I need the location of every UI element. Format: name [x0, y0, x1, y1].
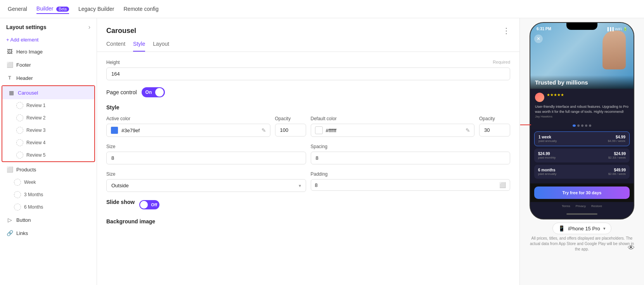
- panel-menu-button[interactable]: ⋮: [502, 26, 510, 35]
- slideshow-label: Slide show: [106, 199, 135, 205]
- price-row-week[interactable]: 1 week paid annually $4.99 $4.99 / week: [534, 131, 630, 146]
- active-color-swatch: [111, 126, 118, 134]
- active-color-picker-icon[interactable]: ✎: [261, 127, 266, 133]
- add-element-button[interactable]: + Add element: [0, 35, 97, 45]
- device-chevron-icon: ▾: [603, 226, 606, 231]
- default-color-picker-icon[interactable]: ✎: [466, 127, 470, 133]
- active-color-col: Active color #3e79ef ✎: [106, 116, 270, 137]
- links-icon: 🔗: [6, 230, 13, 237]
- eye-icon[interactable]: 👁: [628, 244, 635, 252]
- sidebar-child-review3[interactable]: Review 3: [2, 124, 94, 136]
- tab-content[interactable]: Content: [106, 41, 125, 52]
- sidebar-title: Layout settings: [6, 24, 46, 30]
- price-left-monthly: $24.99 paid monthly: [538, 152, 556, 159]
- toggle-knob: [155, 88, 164, 97]
- size-select-value: Outside: [111, 183, 129, 188]
- price-row-6months[interactable]: 6 months paid annually $49.99 $2.88 / we…: [534, 165, 630, 179]
- page-control-toggle[interactable]: On: [142, 87, 165, 97]
- sidebar-child-3months[interactable]: 3 Months: [0, 188, 97, 201]
- sidebar-child-review2[interactable]: Review 2: [2, 112, 94, 124]
- phone-hero: ✕ Trusted by millions: [530, 23, 634, 89]
- footer-privacy[interactable]: Privacy: [576, 204, 586, 208]
- sidebar-item-button[interactable]: ▷ Button: [0, 213, 97, 226]
- price-left-6months: 6 months paid annually: [538, 168, 556, 176]
- nav-legacy[interactable]: Legacy Builder: [78, 4, 114, 14]
- hero-image-icon: 🖼: [6, 48, 13, 55]
- padding-icon: ⬜: [499, 182, 506, 188]
- carousel-icon: ▦: [8, 89, 15, 96]
- review2-icon: [16, 114, 23, 121]
- price-right-6months: $49.99 $2.88 / week: [608, 168, 626, 176]
- padding-label: Padding: [311, 171, 511, 177]
- right-panel: 6:31 PM ▐▐▐ WiFi 🔋 ✕ Trus: [520, 18, 644, 285]
- cta-button[interactable]: Try free for 30 days: [534, 187, 630, 199]
- review3-icon: [16, 127, 23, 134]
- padding-field[interactable]: 8 ⬜: [311, 179, 511, 191]
- device-selector[interactable]: 📱 iPhone 15 Pro ▾: [552, 223, 611, 234]
- sidebar-item-hero-image[interactable]: 🖼 Hero Image: [0, 45, 97, 58]
- opacity-left-col: Opacity: [275, 116, 306, 137]
- sidebar-child-review1[interactable]: Review 1: [2, 99, 94, 112]
- height-input[interactable]: [106, 67, 510, 80]
- nav-general[interactable]: General: [8, 4, 27, 14]
- opacity-right-col: Opacity: [479, 116, 510, 137]
- sidebar-item-footer-label: Footer: [16, 62, 31, 68]
- spacing-input[interactable]: [311, 152, 511, 164]
- size-left-input[interactable]: [106, 152, 306, 164]
- opacity-left-input[interactable]: [275, 124, 306, 136]
- slideshow-toggle-knob: [140, 201, 148, 209]
- sidebar-chevron-icon[interactable]: ›: [88, 24, 90, 31]
- tab-layout[interactable]: Layout: [153, 41, 169, 52]
- arrow-line: [520, 124, 531, 125]
- sidebar-item-products[interactable]: ⬜ Products: [0, 163, 97, 176]
- dot-1: [573, 124, 576, 127]
- dot-4: [585, 124, 587, 127]
- sidebar-item-header[interactable]: T Header: [0, 71, 97, 85]
- runner-silhouette: [602, 31, 626, 69]
- review-stars: ★★★★★: [547, 93, 564, 97]
- price-row-monthly[interactable]: $24.99 paid monthly $24.99 $2.33 / week: [534, 149, 630, 162]
- sidebar-item-header-label: Header: [16, 75, 33, 81]
- sidebar-item-carousel-label: Carousel: [18, 90, 38, 96]
- battery-icon: 🔋: [623, 27, 627, 31]
- products-icon: ⬜: [6, 166, 13, 173]
- page-control-label: Page control: [106, 89, 137, 95]
- sidebar-item-hero-label: Hero Image: [16, 49, 43, 55]
- panel-header: Carousel ⋮: [97, 18, 519, 35]
- color-opacity-row: Active color #3e79ef ✎ Opacity Default c…: [106, 116, 510, 137]
- footer-terms[interactable]: Terms: [562, 204, 570, 208]
- sidebar-item-footer[interactable]: ⬜ Footer: [0, 58, 97, 71]
- sidebar-child-review5[interactable]: Review 5: [2, 149, 94, 161]
- height-field-row: Height Required: [106, 60, 510, 80]
- active-color-field[interactable]: #3e79ef ✎: [106, 124, 270, 137]
- sidebar-child-review4[interactable]: Review 4: [2, 136, 94, 149]
- size-select-field[interactable]: Outside ▾: [106, 179, 306, 192]
- sidebar-child-6months[interactable]: 6 Months: [0, 201, 97, 213]
- week-icon: [14, 179, 21, 186]
- size-left-col: Size: [106, 144, 306, 164]
- panel-tabs: Content Style Layout: [97, 35, 519, 52]
- sidebar-child-week[interactable]: Week: [0, 176, 97, 188]
- opacity-right-input[interactable]: [479, 124, 510, 136]
- review-text: User-friendly interface and robust featu…: [535, 104, 629, 114]
- footer-restore[interactable]: Restore: [591, 204, 602, 208]
- padding-col: Padding 8 ⬜: [311, 171, 511, 192]
- phone-frame: 6:31 PM ▐▐▐ WiFi 🔋 ✕ Trus: [530, 22, 634, 219]
- nav-builder[interactable]: Builder Beta: [36, 4, 69, 14]
- height-label: Height Required: [106, 60, 510, 65]
- nav-remote[interactable]: Remote config: [124, 4, 159, 14]
- main-layout: Layout settings › + Add element 🖼 Hero I…: [0, 18, 644, 285]
- center-panel: Carousel ⋮ Content Style Layout Height R…: [97, 18, 520, 285]
- sidebar-item-carousel[interactable]: ▦ Carousel: [2, 86, 94, 99]
- size-select-padding-row: Size Outside ▾ Padding 8 ⬜: [106, 171, 510, 192]
- device-selector-icon: 📱: [558, 225, 565, 231]
- size-select-arrow-icon: ▾: [299, 183, 301, 188]
- phone-close-button[interactable]: ✕: [534, 35, 543, 43]
- slideshow-toggle[interactable]: Off: [139, 200, 159, 209]
- carousel-children: Review 1 Review 2 Review 3 Review 4 Revi…: [2, 99, 94, 161]
- home-indicator: [566, 213, 597, 215]
- default-color-field[interactable]: #ffffff ✎: [311, 124, 475, 137]
- price-left-week: 1 week paid annually: [538, 135, 557, 143]
- sidebar-item-links[interactable]: 🔗 Links: [0, 226, 97, 240]
- tab-style[interactable]: Style: [133, 41, 145, 52]
